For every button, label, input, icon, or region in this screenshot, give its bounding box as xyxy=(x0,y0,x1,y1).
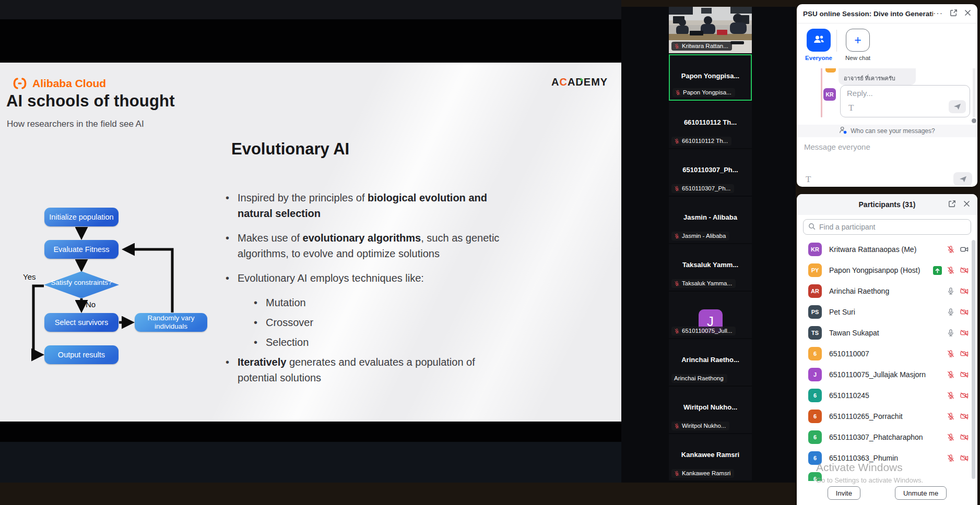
video-tile[interactable]: Kritwara Rattan... xyxy=(669,7,752,53)
slide-letterbox-bottom xyxy=(0,422,621,442)
participants-header: Participants (31) xyxy=(797,194,977,215)
camera-off-icon xyxy=(960,266,969,274)
participant-row[interactable]: 66510110007 xyxy=(797,343,977,364)
chat-scrollbar-thumb[interactable] xyxy=(972,118,976,123)
video-tile[interactable]: J6510110075_Jull... xyxy=(669,292,752,338)
video-tile-label-text: Wiritpol Nukho... xyxy=(682,423,726,429)
thread-indicator-line xyxy=(821,68,822,117)
video-tile-label: Kritwara Rattan... xyxy=(671,42,732,51)
participant-row[interactable]: TSTawan Sukapat xyxy=(797,322,977,343)
mic-muted-icon xyxy=(674,328,680,334)
participant-name: 6510110007 xyxy=(829,350,947,358)
video-tile-column: Kritwara Rattan...Papon Yongpisa...Papon… xyxy=(669,7,752,482)
chat-message-bubble: อาจารย์ ที่เคารพครับ xyxy=(839,68,916,85)
everyone-button[interactable] xyxy=(807,29,831,52)
video-tile-label-text: Jasmin - Alibaba xyxy=(682,233,726,239)
mic-muted-icon xyxy=(947,245,955,254)
video-tile[interactable]: Taksaluk Yamm...Taksaluk Yamma... xyxy=(669,244,752,291)
person-privacy-icon xyxy=(839,126,847,136)
participant-row[interactable]: ARArinchai Raethong xyxy=(797,281,977,302)
participant-row[interactable]: 66510110307_Phatcharaphon xyxy=(797,427,977,448)
video-tile-name: Jasmin - Alibaba xyxy=(669,213,752,221)
search-placeholder: Find a participant xyxy=(819,223,875,231)
thread-avatar xyxy=(825,68,836,73)
video-tile[interactable]: Papon Yongpisa...Papon Yongpisa... xyxy=(669,54,752,101)
video-tile-label: 6510110307_Ph... xyxy=(671,184,734,193)
format-text-icon[interactable]: T xyxy=(806,174,811,185)
video-tile[interactable]: Jasmin - AlibabaJasmin - Alibaba xyxy=(669,197,752,243)
video-tile-name: 6610110112 Th... xyxy=(669,118,752,126)
participant-avatar: 6 xyxy=(808,389,822,402)
video-tile[interactable]: Arinchai Raetho...Arinchai Raethong xyxy=(669,339,752,386)
participant-avatar: PY xyxy=(808,263,822,277)
reply-input[interactable]: Reply... T xyxy=(840,85,970,117)
participant-row[interactable]: KRKritwara Rattanaopas (Me) xyxy=(797,239,977,260)
participants-scrollbar-thumb[interactable] xyxy=(972,240,975,479)
send-message-button[interactable] xyxy=(953,172,972,186)
tab-new-chat[interactable]: + New chat xyxy=(843,29,872,68)
video-tile-label-text: 6510110075_Jull... xyxy=(682,328,732,334)
video-tile[interactable]: Kankawee RamsriKankawee Ramsri xyxy=(669,434,752,480)
mic-on-icon xyxy=(947,287,955,295)
chat-thread: อาจารย์ ที่เคารพครับ KR Reply... T xyxy=(797,68,977,125)
participant-list: KRKritwara Rattanaopas (Me)PYPapon Yongp… xyxy=(797,239,977,489)
video-tile-label: Arinchai Raethong xyxy=(671,374,727,383)
video-tile[interactable]: Wiritpol Nukho...Wiritpol Nukho... xyxy=(669,387,752,433)
video-tile-label: Jasmin - Alibaba xyxy=(671,232,729,241)
chat-scrollbar-track[interactable] xyxy=(973,68,975,117)
mic-muted-icon xyxy=(674,186,680,191)
camera-off-icon xyxy=(960,433,969,441)
plus-icon: + xyxy=(854,33,861,47)
video-tile-label: Wiritpol Nukho... xyxy=(671,422,729,430)
participant-avatar: PS xyxy=(808,305,822,319)
mic-muted-icon xyxy=(947,370,955,379)
participants-close-icon[interactable] xyxy=(963,200,970,209)
participant-name: Papon Yongpisanpop (Host) xyxy=(829,266,933,274)
participant-name: Pet Suri xyxy=(829,308,947,316)
chat-close-icon[interactable] xyxy=(964,9,971,18)
video-tile[interactable]: 6610110112 Th...6610110112 Th... xyxy=(669,102,752,148)
mic-muted-icon xyxy=(947,391,955,400)
participant-avatar: TS xyxy=(808,326,822,340)
participant-avatar: J xyxy=(808,368,822,381)
compose-placeholder: Message everyone xyxy=(804,142,870,151)
participants-popout-icon[interactable] xyxy=(948,200,956,210)
participant-row[interactable]: PSPet Suri xyxy=(797,302,977,322)
video-tile-label-text: Taksaluk Yamma... xyxy=(682,280,732,286)
chat-menu-button[interactable]: ··· xyxy=(933,11,943,16)
mic-muted-icon xyxy=(947,454,955,462)
participant-row[interactable]: J6510110075_Jullajak Masjorn xyxy=(797,364,977,385)
participant-name: 6510110307_Phatcharaphon xyxy=(829,433,947,441)
mic-on-icon xyxy=(947,329,955,337)
send-icon xyxy=(959,176,967,183)
video-tile-label: 6510110075_Jull... xyxy=(671,327,736,335)
chat-compose-area[interactable]: Message everyone T xyxy=(797,137,977,192)
mic-muted-icon xyxy=(674,423,680,429)
format-text-icon[interactable]: T xyxy=(848,103,854,113)
mic-muted-icon xyxy=(947,266,955,274)
flowchart-label-yes: Yes xyxy=(23,272,36,281)
participant-row[interactable]: PYPapon Yongpisanpop (Host) xyxy=(797,260,977,281)
participant-row[interactable]: 66510110245 xyxy=(797,385,977,406)
tab-everyone[interactable]: Everyone xyxy=(804,29,833,68)
video-tile-label-text: Kankawee Ramsri xyxy=(682,470,730,476)
who-can-see-strip[interactable]: Who can see your messages? xyxy=(797,125,977,137)
participant-name: Kritwara Rattanaopas (Me) xyxy=(829,245,947,254)
video-tile-name: Papon Yongpisa... xyxy=(670,72,751,80)
video-tile[interactable]: 6510110307_Ph...6510110307_Ph... xyxy=(669,149,752,196)
participant-name: 6510110075_Jullajak Masjorn xyxy=(829,370,947,379)
chat-popout-icon[interactable] xyxy=(950,9,958,19)
mic-muted-icon xyxy=(947,350,955,358)
participant-row[interactable]: 66510110265_Porrachit xyxy=(797,406,977,427)
reply-placeholder: Reply... xyxy=(847,89,873,98)
participant-name: 6510110245 xyxy=(829,391,947,400)
invite-button[interactable]: Invite xyxy=(828,486,860,500)
tab-separator xyxy=(836,30,837,52)
send-reply-button[interactable] xyxy=(949,100,966,113)
new-chat-button[interactable]: + xyxy=(846,29,870,52)
avatar-kr: KR xyxy=(823,88,836,101)
unmute-me-button[interactable]: Unmute me xyxy=(895,486,947,500)
video-tile-label-text: Arinchai Raethong xyxy=(674,375,724,381)
participant-search-input[interactable]: Find a participant xyxy=(803,219,971,235)
search-icon xyxy=(808,223,816,232)
